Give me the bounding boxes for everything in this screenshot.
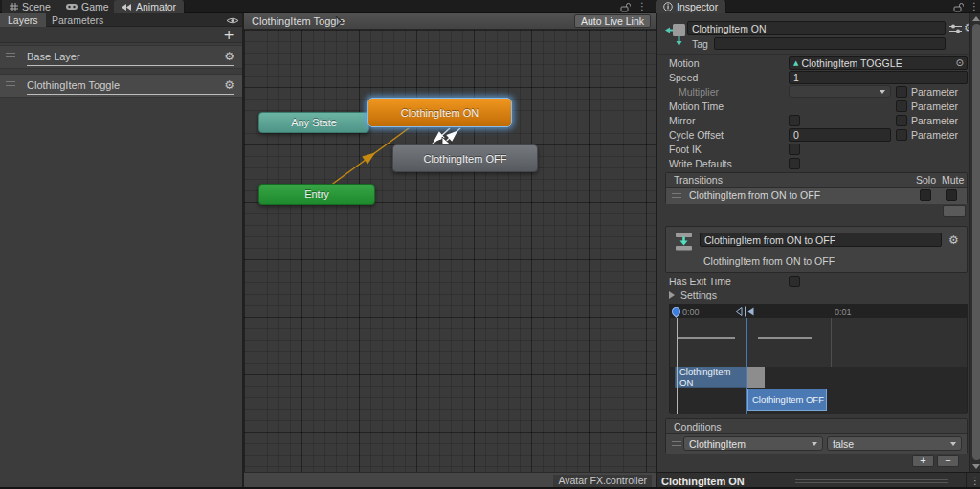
scrollbar-thumb[interactable] [972,24,980,460]
clip-loop-stub [747,367,765,388]
layer-row-base[interactable]: Base Layer ⚙ [0,45,242,69]
drag-handle-icon[interactable] [672,441,681,446]
unity-editor-window: Scene Game Animator ⋮ Inspector ⋮ Layers… [0,0,980,489]
transition-list-item[interactable]: ClothingItem from ON to OFF [666,188,967,204]
auto-live-link-button[interactable]: Auto Live Link [574,14,651,28]
motion-time-label: Motion Time [669,100,724,112]
timeline-end-label: 0:01 [835,307,852,317]
inspector-scrollbar[interactable] [969,13,980,472]
foot-ik-label: Foot IK [669,144,702,155]
preview-kebab-icon[interactable]: ⋮ [970,477,980,486]
controller-path: Avatar FX.controller [553,475,652,487]
inspector-lock-icon[interactable] [953,2,964,12]
transition-handles-icon[interactable] [735,306,756,317]
tab-inspector-label: Inspector [677,1,718,12]
transitions-box: Transitions Solo Mute ClothingItem from … [665,172,968,204]
state-node-clothingitem-off[interactable]: ClothingItem OFF [392,144,538,172]
layer-name: Base Layer [27,51,80,62]
animation-clip-icon: ▲ [793,60,798,67]
inspector-kebab-icon[interactable]: ⋮ [969,2,979,11]
breadcrumb[interactable]: ClothingItem Toggle [252,15,345,27]
drag-handle-icon[interactable] [6,81,15,86]
eye-icon[interactable] [226,16,239,25]
layer-toolbar: + [0,27,242,43]
state-node-clothingitem-on[interactable]: ClothingItem ON [368,98,512,127]
add-condition-button[interactable]: + [912,455,934,467]
motion-field[interactable]: ▲ ClothingItem TOGGLE ⊙ [789,56,968,70]
lock-icon[interactable] [620,2,631,12]
tag-field[interactable] [714,37,946,50]
timeline-block-off[interactable]: ClothingItem OFF [747,389,827,411]
cycle-offset-field[interactable]: 0 [789,128,891,142]
node-label: ClothingItem OFF [424,153,507,165]
remove-condition-button[interactable]: − [937,455,959,467]
remove-transition-button[interactable]: − [943,205,966,217]
settings-foldout-icon[interactable] [669,291,675,299]
layer-name: ClothingItem Toggle [27,79,120,91]
divider [657,54,969,55]
scene-grid-icon [10,3,18,11]
tag-label: Tag [692,38,708,50]
solo-checkbox[interactable] [920,189,931,201]
layer-gear-icon[interactable]: ⚙ [224,51,234,62]
tab-animator[interactable]: Animator [114,0,185,13]
dropdown-arrow-icon [880,90,885,94]
condition-parameter-dropdown[interactable]: ClothingItem [683,436,823,451]
layer-weight-slider[interactable] [27,65,234,66]
splitter-grip-icon[interactable] [795,479,948,483]
layer-row-clothingitem-toggle[interactable]: ClothingItem Toggle ⚙ [0,74,242,98]
tab-inspector[interactable]: Inspector [656,0,726,13]
tab-layers[interactable]: Layers [0,13,46,27]
mirror-parameter-checkbox[interactable] [896,115,907,126]
multiplier-parameter-checkbox[interactable] [896,86,907,98]
drag-handle-icon[interactable] [672,193,681,198]
playhead-pin-icon[interactable] [670,305,682,318]
clip-preview-line [758,337,812,339]
state-node-any-state[interactable]: Any State [258,112,369,133]
mute-checkbox[interactable] [946,189,957,201]
state-name-field[interactable]: ClothingItem ON [687,21,946,35]
node-label: Any State [291,117,337,128]
tab-scene[interactable]: Scene [2,0,59,13]
cycle-offset-label: Cycle Offset [669,129,724,141]
inspector-panel: ClothingItem ON ⚙ Tag Motion ▲ ClothingI… [656,13,980,489]
transition-start-line[interactable] [746,318,747,414]
cycle-offset-value: 0 [793,129,799,141]
object-picker-icon[interactable]: ⊙ [956,58,964,68]
state-node-entry[interactable]: Entry [258,184,375,205]
condition-value-dropdown[interactable]: false [827,436,962,451]
timeline-ruler[interactable]: 0:00 0:01 [670,305,967,318]
foot-ik-checkbox[interactable] [789,144,800,155]
layer-gear-icon[interactable]: ⚙ [224,79,234,91]
has-exit-time-checkbox[interactable] [789,276,800,287]
mirror-label: Mirror [669,115,695,126]
settings-label[interactable]: Settings [680,289,717,300]
transition-name-field[interactable]: ClothingItem from ON to OFF [700,233,942,247]
graph-canvas[interactable]: Any State ClothingItem ON ClothingItem O… [244,30,656,472]
mirror-checkbox[interactable] [789,115,800,126]
transition-gear-icon[interactable]: ⚙ [948,234,959,246]
multiplier-label: Multiplier [679,86,719,98]
write-defaults-checkbox[interactable] [789,158,800,169]
tab-parameters[interactable]: Parameters [44,13,111,27]
animator-side-panel: Layers Parameters + Base Layer ⚙ Clothin… [0,13,244,489]
tab-game-label: Game [81,1,109,12]
cycle-offset-parameter-checkbox[interactable] [896,129,907,141]
timeline-block-on[interactable]: ClothingItem ON [675,367,747,388]
scroll-down-icon[interactable] [972,464,980,469]
transition-name-value: ClothingItem from ON to OFF [704,234,835,246]
scroll-up-icon[interactable] [972,16,980,21]
add-layer-button[interactable]: + [223,28,234,41]
node-label: Entry [304,189,329,200]
timeline-playhead-line[interactable] [677,318,678,414]
drag-handle-icon[interactable] [6,53,15,57]
presets-icon[interactable] [949,23,962,34]
speed-field[interactable]: 1 [789,71,968,84]
motion-time-parameter-checkbox[interactable] [896,100,907,112]
kebab-menu-icon[interactable]: ⋮ [637,2,647,11]
transition-timeline[interactable]: 0:00 0:01 ClothingItem ON ClothingItem O… [669,304,968,413]
layer-weight-slider[interactable] [27,94,234,95]
multiplier-dropdown[interactable] [789,85,891,98]
transitions-title: Transitions [674,174,723,186]
tab-game[interactable]: Game [58,0,118,13]
